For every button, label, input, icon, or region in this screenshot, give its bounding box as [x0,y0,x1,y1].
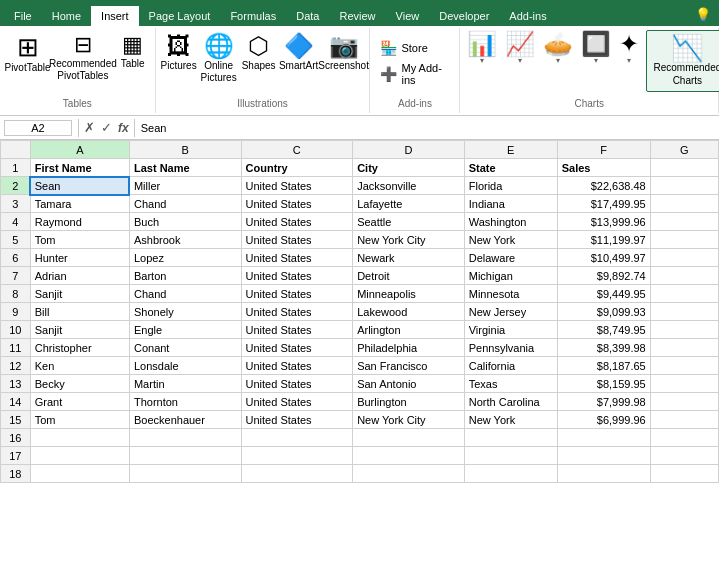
cell[interactable]: Christopher [30,339,129,357]
cell[interactable]: Detroit [353,267,465,285]
cell[interactable]: Lopez [129,249,241,267]
cell[interactable]: Last Name [129,159,241,177]
col-header-g[interactable]: G [650,141,718,159]
cell[interactable]: Virginia [464,321,557,339]
cell[interactable]: Chand [129,195,241,213]
cell[interactable] [650,393,718,411]
confirm-button[interactable]: ✓ [98,120,115,135]
cell[interactable] [353,429,465,447]
col-header-b[interactable]: B [129,141,241,159]
row-header[interactable]: 4 [1,213,31,231]
cell[interactable]: United States [241,321,353,339]
cell[interactable]: United States [241,249,353,267]
cell[interactable]: Buch [129,213,241,231]
col-header-e[interactable]: E [464,141,557,159]
tab-developer[interactable]: Developer [429,6,499,26]
row-header[interactable]: 11 [1,339,31,357]
cell[interactable]: Boeckenhauer [129,411,241,429]
line-chart-button[interactable]: 📈 ▾ [502,30,538,67]
tab-home[interactable]: Home [42,6,91,26]
cell[interactable]: $11,199.97 [557,231,650,249]
cell[interactable]: Minneapolis [353,285,465,303]
recommended-charts-button[interactable]: 📉 Recommended Charts [646,30,719,92]
cell[interactable]: Indiana [464,195,557,213]
cell[interactable]: Sean [30,177,129,195]
cell[interactable]: Ken [30,357,129,375]
cell[interactable]: United States [241,411,353,429]
cell[interactable]: $9,449.95 [557,285,650,303]
cell[interactable]: Michigan [464,267,557,285]
cell[interactable]: Adrian [30,267,129,285]
cell[interactable]: Conant [129,339,241,357]
cell[interactable]: Sales [557,159,650,177]
cell[interactable]: City [353,159,465,177]
cell[interactable] [650,429,718,447]
cell[interactable] [464,429,557,447]
cell[interactable] [650,465,718,483]
cell[interactable]: New York City [353,411,465,429]
cell[interactable]: Engle [129,321,241,339]
cell[interactable] [650,213,718,231]
cell[interactable] [30,465,129,483]
pie-chart-button[interactable]: 🥧 ▾ [540,30,576,67]
cell[interactable]: United States [241,267,353,285]
cell[interactable]: United States [241,213,353,231]
cell[interactable] [650,411,718,429]
cell[interactable]: Lakewood [353,303,465,321]
row-header[interactable]: 16 [1,429,31,447]
cell[interactable]: Tamara [30,195,129,213]
row-header[interactable]: 8 [1,285,31,303]
screenshot-button[interactable]: 📷 Screenshot [320,30,368,76]
cell[interactable]: Becky [30,375,129,393]
cell[interactable] [650,231,718,249]
tab-formulas[interactable]: Formulas [220,6,286,26]
cell[interactable]: Shonely [129,303,241,321]
cell[interactable] [650,357,718,375]
cell[interactable]: $6,999.96 [557,411,650,429]
cell[interactable]: Washington [464,213,557,231]
cell[interactable] [241,429,353,447]
cell[interactable]: $7,999.98 [557,393,650,411]
cell[interactable]: State [464,159,557,177]
cell[interactable]: Bill [30,303,129,321]
scatter-chart-button[interactable]: ✦ ▾ [616,30,642,67]
cell[interactable]: Lafayette [353,195,465,213]
name-box[interactable] [4,120,72,136]
cell[interactable] [650,447,718,465]
row-header[interactable]: 1 [1,159,31,177]
cell[interactable] [650,267,718,285]
cell[interactable]: San Antonio [353,375,465,393]
row-header[interactable]: 18 [1,465,31,483]
cell[interactable]: Tom [30,411,129,429]
cell[interactable] [650,285,718,303]
cell[interactable]: Lonsdale [129,357,241,375]
cell[interactable]: Burlington [353,393,465,411]
cell[interactable] [650,321,718,339]
pictures-button[interactable]: 🖼 Pictures [160,30,198,76]
cell[interactable] [241,447,353,465]
row-header[interactable]: 7 [1,267,31,285]
cell[interactable] [241,465,353,483]
cell[interactable]: California [464,357,557,375]
tab-addins[interactable]: Add-ins [499,6,556,26]
cell[interactable]: $17,499.95 [557,195,650,213]
rec-pivot-tables-button[interactable]: ⊟ RecommendedPivotTables [53,30,113,86]
hierarchy-chart-button[interactable]: 🔲 ▾ [578,30,614,67]
cell[interactable]: Ashbrook [129,231,241,249]
tab-file[interactable]: File [4,6,42,26]
row-header[interactable]: 9 [1,303,31,321]
cell[interactable] [129,465,241,483]
cell[interactable]: $8,159.95 [557,375,650,393]
cell[interactable] [30,447,129,465]
cancel-button[interactable]: ✗ [81,120,98,135]
smartart-button[interactable]: 🔷 SmartArt [280,30,318,76]
col-header-a[interactable]: A [30,141,129,159]
cell[interactable]: Chand [129,285,241,303]
cell[interactable]: United States [241,285,353,303]
cell[interactable] [557,429,650,447]
cell[interactable]: Newark [353,249,465,267]
cell[interactable] [650,339,718,357]
cell[interactable]: United States [241,339,353,357]
cell[interactable] [557,465,650,483]
row-header[interactable]: 15 [1,411,31,429]
